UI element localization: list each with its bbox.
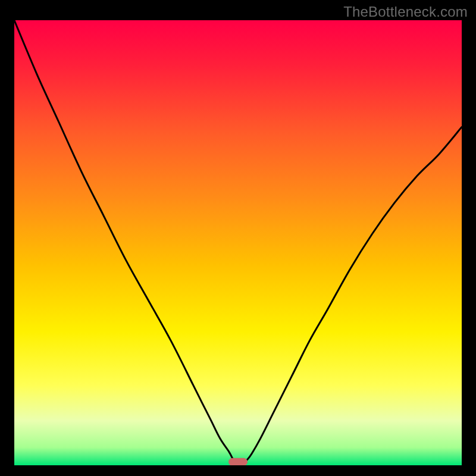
gradient-background bbox=[14, 20, 462, 465]
optimum-marker bbox=[228, 458, 248, 466]
watermark-text: TheBottleneck.com bbox=[343, 4, 468, 20]
plot-area bbox=[14, 20, 462, 466]
chart-container: TheBottleneck.com bbox=[0, 0, 476, 476]
bottleneck-chart bbox=[0, 0, 476, 476]
